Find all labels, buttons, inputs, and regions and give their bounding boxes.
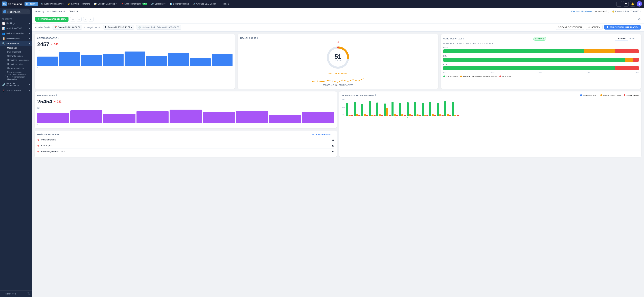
toolbar-action-4[interactable]: ◻: [89, 17, 94, 21]
nav-backlinks[interactable]: 🔗 Backlinks ▾: [150, 2, 168, 6]
probleme-title: GRÖSSTE PROBLEME ℹ: [37, 133, 61, 136]
sidebar-item-marketingplan[interactable]: 📋 Marketingplan ▾: [0, 36, 32, 41]
nav-berichterstellung[interactable]: 📊 Berichterstellung: [168, 2, 190, 6]
mitbewerber-icon: 👥: [2, 32, 5, 35]
content-arrow-icon: ▾: [116, 3, 117, 5]
toolbar-action-1[interactable]: —: [70, 17, 75, 21]
download-button[interactable]: ⬇ BERICHT HERUNTERLADEN: [604, 25, 641, 29]
alle-ansehen-link[interactable]: ALLE ANSEHEN (15717): [312, 133, 334, 135]
nav-lokales[interactable]: 📍 Lokales Marketing NEW: [119, 2, 149, 6]
app-logo[interactable]: SE SE Ranking: [2, 1, 22, 6]
health-donut-container: ♥ 6 51 VO: [240, 41, 436, 86]
nav-onpage[interactable]: 🔎 OnPage-SEO-Check: [191, 2, 218, 6]
nav-mehr[interactable]: ··· Mehr ▾: [218, 2, 231, 6]
notes-button[interactable]: ✏ Notizen (22): [595, 10, 609, 12]
compare-date-picker[interactable]: ⇅ Januar-16 2023 0:11:59 ▾: [103, 25, 134, 29]
sidebar-item-rankings[interactable]: 📈 Rankings ▾: [0, 21, 32, 26]
content-label: Content Marketing: [98, 3, 115, 5]
project-selector[interactable]: seranking.com ▾: [0, 8, 32, 16]
vert-bar-group: [399, 103, 406, 116]
nav-projekte[interactable]: ⊞ Projekte: [24, 2, 38, 6]
submenu-uberwachung[interactable]: Überwachung von Seitenveränderungen / Se…: [5, 70, 32, 81]
cwv-metric-cls: CLS:: [444, 63, 639, 70]
cwv-tab-mobile[interactable]: MOBILE: [628, 37, 639, 40]
gefundene-links-label: Gefundene Links: [7, 63, 22, 65]
nav-content[interactable]: 📝 Content Marketing ▾: [92, 2, 118, 6]
vert-label-fehler: FEHLER (247): [626, 94, 639, 96]
vert-bar-2: [358, 115, 360, 116]
sitemap-generieren-button[interactable]: SITEMAP GENERIEREN: [556, 25, 584, 30]
vert-bar-0: [444, 101, 446, 116]
vert-bar-1: [371, 115, 373, 116]
berichterstellung-icon: 📊: [170, 3, 172, 5]
website-audit-submenu: Übersicht Problembericht Gecrawlte Seite…: [0, 46, 32, 81]
submenu-gefundene-ressourcen[interactable]: Gefundene Ressourcen: [5, 58, 32, 62]
problem-row-3: ⊗ Keine eingehenden Links 42: [37, 149, 334, 154]
svg-point-7: [332, 80, 334, 81]
svg-point-11: [352, 79, 354, 80]
download-icon: ⬇: [606, 26, 608, 28]
submenu-problembericht[interactable]: Problembericht: [5, 50, 32, 54]
svg-point-12: [358, 80, 358, 81]
sidebar-item-soziale-medien[interactable]: 📱 Soziale Medien ▾: [0, 88, 32, 93]
nav-wettbewerb[interactable]: 🔍 Wettbewerbsanalyse: [39, 2, 65, 6]
verteilung-header: VERTEILUNG NACH KATEGORIE ℹ HINWEISE (69…: [342, 94, 639, 96]
feedback-link[interactable]: Feedback hinterlassen: [571, 10, 592, 12]
cwv-info-icon[interactable]: ℹ: [463, 37, 464, 40]
legend-dot-poor: [500, 75, 501, 77]
onpage-icon: 🔎: [193, 3, 196, 5]
urls-gefunden-info-icon[interactable]: ℹ: [56, 94, 57, 96]
help-icon[interactable]: ?: [27, 292, 30, 295]
senden-button[interactable]: ✉ SENDEN: [586, 25, 602, 30]
notifications-button[interactable]: 🔔: [630, 1, 635, 6]
aktueller-label: Aktueller Bericht:: [35, 26, 50, 28]
submenu-gecrawlte-seiten[interactable]: Gecrawlte Seiten: [5, 54, 32, 58]
health-score-info-icon[interactable]: ℹ: [257, 37, 258, 39]
sidebar-item-backlink-uberwachung[interactable]: 🔗 Backlink-Überwachung ▾: [0, 81, 32, 88]
problembericht-label: Problembericht: [7, 51, 21, 53]
vert-bar-group: [361, 104, 368, 116]
cwv-cls-good: [444, 66, 615, 70]
breadcrumb-actions: Feedback hinterlassen ✏ Notizen (22) 🔒 K…: [571, 10, 641, 12]
date-bar-actions: SITEMAP GENERIEREN ✉ SENDEN ⬇ BERICHT HE…: [556, 25, 641, 30]
sidebar-item-analytics[interactable]: 📊 Analytics & Traffic ▾: [0, 26, 32, 31]
flag-button[interactable]: ⚑: [623, 1, 628, 6]
settings-button[interactable]: ⚙: [638, 17, 641, 21]
probleme-info-icon[interactable]: ℹ: [60, 133, 62, 136]
vert-bar-group: [376, 102, 383, 116]
submenu-crawls-vergleichen[interactable]: Crawls vergleichen: [5, 66, 32, 70]
sidebar-item-mitbewerber[interactable]: 👥 Meine Mitbewerber ▾: [0, 31, 32, 36]
toolbar-action-2[interactable]: ⊞: [77, 17, 82, 21]
main-layout: seranking.com ▾ PROJEKTE 📈 Rankings ▾ 📊 …: [0, 8, 644, 297]
toolbar-action-3[interactable]: ▪: [83, 17, 87, 21]
kontolimit-info-icon[interactable]: ℹ: [640, 10, 641, 12]
verteilung-info-icon[interactable]: ℹ: [375, 94, 376, 96]
mehr-label: Mehr: [222, 3, 227, 5]
cwv-tab-desktop[interactable]: DESKTOP: [615, 37, 628, 40]
prufung-neu-starten-button[interactable]: ↻ PRÜFUNG NEU STARTEN: [35, 17, 68, 22]
problem-name-1: Umleitungskette: [41, 139, 330, 141]
breadcrumb-website-audit[interactable]: Website-Audit: [52, 10, 65, 12]
vert-bar-2: [457, 115, 459, 116]
sidebar-item-website-audit[interactable]: 🔍 Website-Audit ▴: [0, 41, 32, 46]
soziale-medien-icon: 📱: [2, 89, 5, 92]
problem-count-1: 56: [332, 139, 334, 141]
website-audit-label: Website-Audit: [6, 42, 28, 45]
submenu-ubersicht[interactable]: Übersicht: [5, 46, 32, 50]
add-button[interactable]: +: [616, 1, 622, 6]
breadcrumb-seranking[interactable]: seranking.com: [35, 10, 49, 12]
minimize-button[interactable]: ← Minimieren ?: [0, 291, 32, 297]
seiten-gecrawlt-info-icon[interactable]: ℹ: [58, 37, 59, 39]
calendar-icon: 📅: [54, 26, 57, 28]
user-avatar[interactable]: D: [636, 1, 642, 6]
website-audit-icon: 🔍: [2, 42, 5, 45]
svg-point-9: [342, 79, 344, 80]
rankings-arrow-icon: ▾: [29, 22, 30, 24]
submenu-gefundene-links[interactable]: Gefundene Links: [5, 62, 32, 66]
nav-keyword[interactable]: 🔑 Keyword-Recherche: [66, 2, 92, 6]
mitbewerber-label: Meine Mitbewerber: [6, 32, 28, 34]
aktueller-date-picker[interactable]: 📅 Januar-23 2023 0:00:36: [52, 25, 82, 29]
seiten-bar: [190, 58, 211, 66]
soziale-medien-label: Soziale Medien: [6, 89, 28, 92]
svg-point-3: [312, 81, 313, 82]
